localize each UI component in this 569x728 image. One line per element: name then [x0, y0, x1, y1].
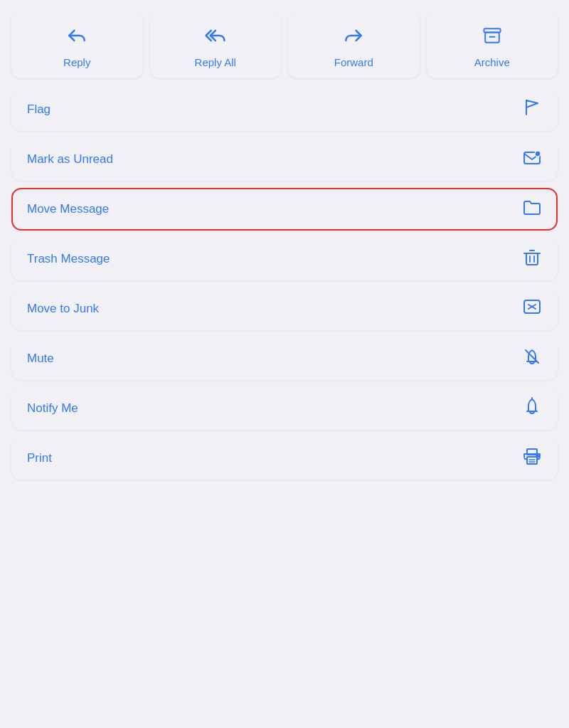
- reply-button[interactable]: Reply: [11, 11, 143, 78]
- reply-all-button[interactable]: Reply All: [150, 11, 282, 78]
- print-label: Print: [27, 451, 52, 465]
- move-message-menu-item[interactable]: Move Message: [11, 188, 558, 231]
- svg-point-4: [535, 151, 541, 157]
- mark-unread-icon: [522, 147, 542, 172]
- reply-label: Reply: [63, 56, 90, 68]
- reply-icon: [65, 24, 88, 51]
- forward-icon: [342, 24, 365, 51]
- move-junk-menu-item[interactable]: Move to Junk: [11, 287, 558, 330]
- top-actions-row: Reply Reply All Forward: [11, 11, 558, 78]
- flag-menu-item[interactable]: Flag: [11, 88, 558, 131]
- forward-button[interactable]: Forward: [288, 11, 420, 78]
- notify-me-menu-item[interactable]: Notify Me: [11, 387, 558, 430]
- folder-icon: [522, 197, 542, 221]
- menu-list: Flag Mark as Unread Move Message: [11, 88, 558, 480]
- move-junk-label: Move to Junk: [27, 302, 99, 316]
- mute-label: Mute: [27, 352, 54, 366]
- svg-rect-5: [526, 253, 538, 265]
- reply-all-label: Reply All: [195, 56, 236, 68]
- archive-label: Archive: [474, 56, 510, 68]
- print-menu-item[interactable]: Print: [11, 437, 558, 480]
- junk-icon: [522, 297, 542, 321]
- mark-unread-menu-item[interactable]: Mark as Unread: [11, 138, 558, 181]
- svg-rect-14: [527, 457, 537, 464]
- bell-icon: [522, 396, 542, 421]
- print-icon: [522, 446, 542, 470]
- archive-icon: [481, 24, 504, 51]
- mute-icon: [522, 347, 542, 371]
- trash-message-label: Trash Message: [27, 252, 110, 266]
- trash-message-menu-item[interactable]: Trash Message: [11, 238, 558, 280]
- mute-menu-item[interactable]: Mute: [11, 337, 558, 380]
- flag-icon: [522, 97, 542, 122]
- notify-me-label: Notify Me: [27, 401, 78, 416]
- reply-all-icon: [204, 24, 227, 51]
- trash-icon: [522, 247, 542, 271]
- mark-unread-label: Mark as Unread: [27, 152, 113, 167]
- move-message-label: Move Message: [27, 202, 109, 216]
- archive-button[interactable]: Archive: [427, 11, 558, 78]
- forward-label: Forward: [334, 56, 373, 68]
- svg-point-18: [537, 455, 539, 458]
- flag-label: Flag: [27, 102, 50, 117]
